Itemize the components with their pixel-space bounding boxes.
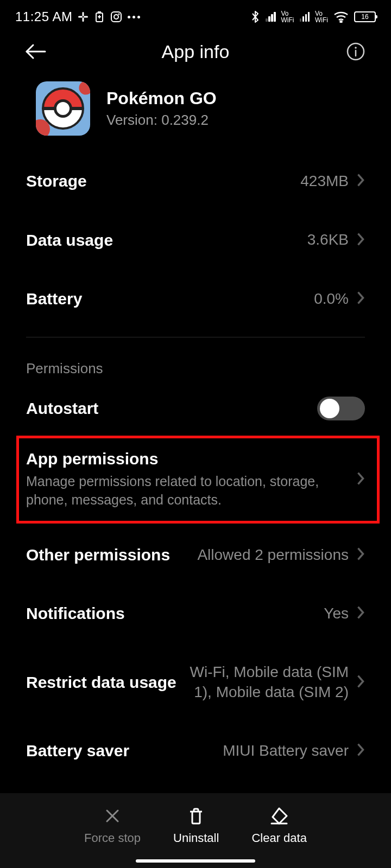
app-permissions-row[interactable]: App permissions Manage permissions relat… <box>26 433 365 526</box>
svg-rect-6 <box>111 12 121 22</box>
battery-value: 0.0% <box>314 289 349 309</box>
other-permissions-row[interactable]: Other permissions Allowed 2 permissions <box>26 526 365 584</box>
battery-saver-value: MIUI Battery saver <box>223 741 349 761</box>
notifications-row[interactable]: Notifications Yes <box>26 584 365 643</box>
chevron-right-icon <box>356 546 365 564</box>
vowifi-1-icon: VoWiFi <box>281 10 294 23</box>
battery-label: Battery <box>26 290 82 308</box>
force-stop-button[interactable]: Force stop <box>84 806 141 845</box>
force-stop-label: Force stop <box>84 831 141 845</box>
svg-point-11 <box>355 47 357 49</box>
app-permissions-highlight: App permissions Manage permissions relat… <box>26 433 365 526</box>
chevron-right-icon <box>356 742 365 760</box>
back-button[interactable] <box>22 38 49 65</box>
clear-data-button[interactable]: Clear data <box>251 806 307 845</box>
uninstall-button[interactable]: Uninstall <box>173 806 219 845</box>
svg-point-7 <box>114 15 118 19</box>
svg-rect-0 <box>83 12 84 16</box>
chevron-right-icon <box>356 673 365 692</box>
app-summary: Pokémon GO Version: 0.239.2 <box>0 76 391 152</box>
storage-row[interactable]: Storage 423MB <box>26 152 365 210</box>
slack-icon <box>78 11 89 22</box>
bottom-action-bar: Force stop Uninstall Clear data <box>0 793 391 868</box>
chevron-right-icon <box>356 290 365 308</box>
info-button[interactable] <box>342 38 369 65</box>
chevron-right-icon <box>356 231 365 250</box>
data-usage-label: Data usage <box>26 231 113 250</box>
signal-1-icon <box>266 12 276 22</box>
battery-indicator: 16 <box>354 11 376 22</box>
vowifi-2-icon: VoWiFi <box>315 10 328 23</box>
battery-row[interactable]: Battery 0.0% <box>26 270 365 328</box>
app-permissions-sub: Manage permissions related to location, … <box>26 473 356 509</box>
autostart-toggle[interactable] <box>317 397 365 420</box>
autostart-label: Autostart <box>26 399 98 418</box>
battery-saver-label: Battery saver <box>26 742 129 760</box>
battery-plus-icon <box>94 11 105 23</box>
battery-saver-row[interactable]: Battery saver MIUI Battery saver <box>26 722 365 780</box>
restrict-data-label: Restrict data usage <box>26 673 176 692</box>
svg-rect-1 <box>83 17 84 22</box>
svg-rect-2 <box>78 16 83 18</box>
page-title: App info <box>162 41 230 62</box>
bluetooth-icon <box>250 10 260 24</box>
data-usage-row[interactable]: Data usage 3.6KB <box>26 210 365 269</box>
instagram-icon <box>110 11 122 23</box>
divider <box>26 337 365 337</box>
svg-rect-3 <box>84 16 88 18</box>
more-dots-icon <box>128 16 140 18</box>
wifi-icon <box>333 11 349 23</box>
svg-rect-5 <box>98 11 101 13</box>
app-version: Version: 0.239.2 <box>106 112 217 129</box>
status-time: 11:25 AM <box>15 9 72 24</box>
clear-data-label: Clear data <box>251 831 307 845</box>
restrict-data-row[interactable]: Restrict data usage Wi-Fi, Mobile data (… <box>26 643 365 722</box>
svg-point-8 <box>118 14 120 15</box>
app-icon <box>36 81 90 136</box>
notifications-value: Yes <box>324 604 349 623</box>
restrict-data-value: Wi-Fi, Mobile data (SIM 1), Mobile data … <box>186 662 349 702</box>
battery-pct: 16 <box>361 13 368 21</box>
data-usage-value: 3.6KB <box>307 230 349 250</box>
header-bar: App info <box>0 33 391 76</box>
chevron-right-icon <box>356 470 365 489</box>
storage-value: 423MB <box>300 171 349 191</box>
uninstall-label: Uninstall <box>173 831 219 845</box>
svg-point-9 <box>340 21 342 23</box>
app-permissions-label: App permissions <box>26 450 356 468</box>
notifications-label: Notifications <box>26 604 125 623</box>
chevron-right-icon <box>356 172 365 190</box>
other-permissions-value: Allowed 2 permissions <box>197 545 349 565</box>
permissions-section-title: Permissions <box>26 345 365 384</box>
status-bar: 11:25 AM VoWiFi VoWiFi 16 <box>0 0 391 33</box>
other-permissions-label: Other permissions <box>26 546 170 564</box>
app-name: Pokémon GO <box>106 88 217 108</box>
signal-2-icon <box>300 12 310 22</box>
home-indicator[interactable] <box>136 859 255 863</box>
chevron-right-icon <box>356 604 365 623</box>
storage-label: Storage <box>26 172 87 190</box>
autostart-row[interactable]: Autostart <box>26 384 365 433</box>
